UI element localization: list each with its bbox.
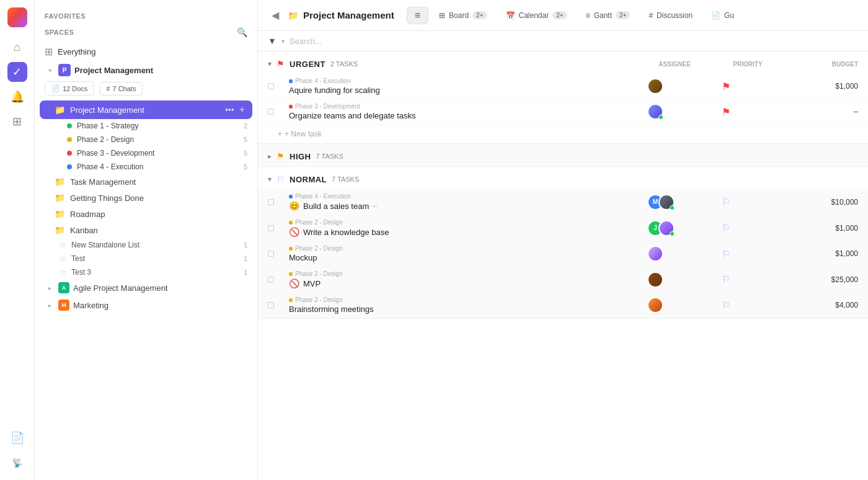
task-phase: Phase 3 - Development	[289, 103, 416, 110]
test3-list-item[interactable]: ☆ Test 3 1	[35, 265, 257, 279]
project-management-space-header[interactable]: ▾ P Project Management	[35, 61, 257, 79]
task-main-cell: Phase 3 - Development Organize teams and…	[268, 103, 647, 120]
header-title: 📁 Project Management	[288, 10, 394, 20]
calendar-tab-label: Calendar	[519, 11, 549, 20]
agile-space[interactable]: ▸ A Agile Project Management	[35, 279, 257, 296]
normal-collapse-icon[interactable]: ▾	[268, 175, 272, 184]
spaces-search-icon[interactable]: 🔍	[237, 27, 248, 37]
phase-development[interactable]: Phase 3 - Development 5	[35, 146, 257, 160]
table-row[interactable]: Phase 3 - Development Organize teams and…	[258, 99, 868, 125]
pm-active-list[interactable]: 📁 Project Management ••• +	[40, 100, 252, 119]
table-row[interactable]: Phase 4 - Execution 😊 Build a sales team…	[258, 189, 868, 215]
gtd-folder-icon: 📁	[55, 193, 65, 203]
grid-nav-icon[interactable]: ⊞	[7, 112, 27, 131]
list-tab-icon: ≡	[415, 10, 420, 21]
doc-icon: 📄	[51, 84, 60, 92]
task-checkbox[interactable]	[268, 109, 274, 115]
test-list-item[interactable]: ☆ Test 1	[35, 252, 257, 265]
avatar-wrap	[647, 78, 663, 94]
getting-things-done-folder[interactable]: 📁 Getting Things Done	[35, 190, 257, 206]
search-input[interactable]	[290, 37, 858, 46]
everything-item[interactable]: ⊞ Everything	[35, 42, 257, 61]
tab-board[interactable]: ⊞ Board 2+	[431, 8, 495, 23]
urgent-collapse-icon[interactable]: ▾	[268, 60, 272, 68]
pm-chats-btn[interactable]: # 7 Chats	[99, 82, 143, 96]
task-checkbox[interactable]	[268, 199, 274, 205]
table-row[interactable]: Phase 2 - Design Mockup ⚐ $1,000	[258, 241, 868, 267]
pm-list-dots[interactable]: •••	[225, 105, 234, 115]
app-logo[interactable]	[7, 7, 27, 27]
gu-tab-label: Gu	[724, 11, 734, 20]
tab-list[interactable]: ≡	[407, 7, 428, 24]
table-row[interactable]: Phase 2 - Design 🚫 MVP ⚐	[258, 267, 868, 293]
marketing-space[interactable]: ▸ M Marketing	[35, 296, 257, 314]
new-task-btn[interactable]: + + New task	[258, 125, 868, 143]
table-row[interactable]: Phase 4 - Execution Aquire funding for s…	[258, 74, 868, 99]
home-nav-icon[interactable]: ⌂	[7, 37, 27, 57]
task-assignee: J	[647, 220, 722, 236]
task-budget: $25,000	[784, 275, 858, 284]
tab-calendar[interactable]: 📅 Calendar 2+	[498, 8, 575, 23]
agile-space-icon: A	[58, 282, 69, 293]
task-checkbox[interactable]	[268, 251, 274, 257]
task-management-folder[interactable]: 📁 Task Management	[35, 174, 257, 190]
icon-rail: ⌂ ✓ 🔔 ⊞ 📄 📡	[0, 0, 35, 480]
priority-flag-blue: ⚐	[722, 248, 730, 260]
agile-collapse-btn[interactable]: ▸	[45, 283, 55, 293]
high-count: 7 TASKS	[316, 153, 343, 160]
docs-count: 12 Docs	[63, 85, 87, 92]
bell-nav-icon[interactable]: 🔔	[7, 87, 27, 107]
high-collapse-icon[interactable]: ▸	[268, 152, 272, 161]
phase-execution[interactable]: Phase 4 - Execution 5	[35, 160, 257, 174]
avatar-wrap	[658, 194, 675, 210]
urgent-count: 2 TASKS	[330, 60, 358, 68]
test-count: 1	[244, 255, 247, 262]
tab-gu[interactable]: 📄 Gu	[703, 8, 742, 23]
marketing-space-name: Marketing	[73, 301, 108, 310]
pm-collapse-btn[interactable]: ▾	[45, 65, 55, 75]
standalone-list-item[interactable]: ☆ New Standalone List 1	[35, 238, 257, 252]
task-checkbox[interactable]	[268, 225, 274, 231]
table-row[interactable]: Phase 2 - Design Brainstorming meetings …	[258, 293, 868, 318]
task-info: Phase 2 - Design 🚫 MVP	[279, 270, 343, 288]
table-row[interactable]: Phase 2 - Design 🚫 Write a knowledge bas…	[258, 215, 868, 241]
urgent-header[interactable]: ▾ ⚑ URGENT 2 TASKS ASSIGNEE PRIORITY BUD…	[258, 51, 868, 74]
calendar-tab-badge: 2+	[552, 11, 567, 19]
pm-docs-btn[interactable]: 📄 12 Docs	[45, 81, 94, 96]
tab-discussion[interactable]: # Discussion	[640, 8, 701, 23]
filter-arrow[interactable]: ▾	[281, 38, 285, 45]
task-status-emoji: 😊	[289, 201, 299, 211]
pm-list-plus[interactable]: +	[239, 104, 245, 115]
gantt-tab-label: Gantt	[594, 11, 612, 20]
favorites-label: Favorites	[45, 12, 86, 20]
tasks-nav-icon[interactable]: ✓	[7, 62, 27, 82]
high-header[interactable]: ▸ ⚑ HIGH 7 TASKS	[258, 144, 868, 166]
calendar-tab-icon: 📅	[506, 11, 515, 20]
task-assignee	[647, 297, 722, 313]
normal-header[interactable]: ▾ ⚐ NORMAL 7 TASKS	[258, 167, 868, 189]
task-info: Phase 4 - Execution Aquire funding for s…	[279, 78, 380, 95]
task-info: Phase 4 - Execution 😊 Build a sales team…	[279, 193, 377, 211]
roadmap-folder[interactable]: 📁 Roadmap	[35, 206, 257, 222]
urgent-name: URGENT	[290, 60, 326, 69]
task-priority: ⚐	[722, 196, 784, 208]
avatar-wrap	[647, 246, 663, 262]
task-checkbox[interactable]	[268, 83, 274, 89]
wireless-nav-icon[interactable]: 📡	[7, 453, 27, 473]
task-checkbox[interactable]	[268, 277, 274, 283]
collapse-sidebar-btn[interactable]: ◀	[268, 8, 283, 23]
marketing-collapse-btn[interactable]: ▸	[45, 300, 55, 310]
task-assignee	[647, 246, 722, 262]
doc-nav-icon[interactable]: 📄	[7, 428, 27, 448]
filter-icon[interactable]: ▼	[268, 36, 277, 46]
header-tabs: ≡ ⊞ Board 2+ 📅 Calendar 2+ ≡ Gantt 2+ # …	[407, 7, 742, 24]
task-assignee: M	[647, 194, 722, 210]
phase-design[interactable]: Phase 2 - Design 5	[35, 133, 257, 146]
kanban-folder[interactable]: 📁 Kanban	[35, 222, 257, 238]
new-task-label: + New task	[285, 130, 322, 138]
tab-gantt[interactable]: ≡ Gantt 2+	[578, 8, 639, 23]
roadmap-label: Roadmap	[70, 210, 105, 219]
task-mgmt-folder-icon: 📁	[55, 177, 65, 187]
phase-strategy[interactable]: Phase 1 - Strategy 2	[35, 119, 257, 133]
task-checkbox[interactable]	[268, 302, 274, 308]
